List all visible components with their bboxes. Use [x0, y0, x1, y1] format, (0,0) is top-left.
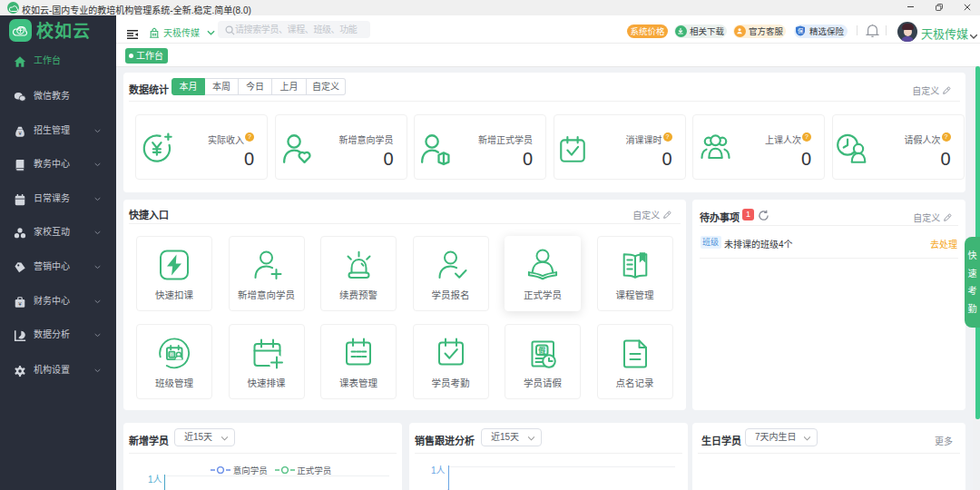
svg-text:班: 班 [170, 352, 174, 358]
svg-text:保: 保 [798, 27, 804, 34]
svg-text:假: 假 [538, 346, 545, 355]
svg-text:¥: ¥ [18, 299, 22, 306]
